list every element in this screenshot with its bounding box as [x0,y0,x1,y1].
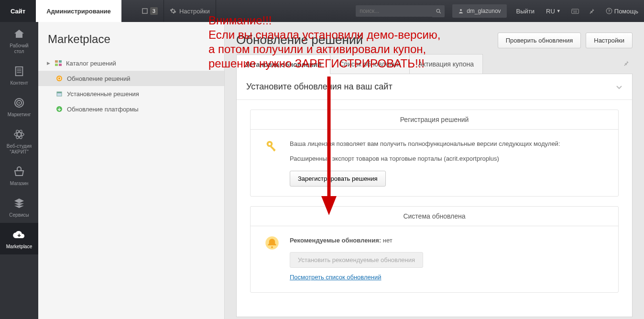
home-icon [12,28,26,40]
section-heading: Установите обновления на ваш сайт [237,74,632,100]
gear-icon [170,8,176,14]
license-text: Ваша лицензия позволяет вам получить пол… [290,139,560,149]
search-button[interactable] [432,5,445,17]
bell-icon [265,236,282,283]
svg-rect-12 [16,67,23,76]
system-updated-card: Система обновлена Рекомендуемые обновлен… [250,206,619,293]
package-icon [55,90,63,98]
tab-coupon-activation[interactable]: Активация купона [409,54,483,74]
pin-top-button[interactable] [584,0,600,22]
tree-platform[interactable]: Обновление платформы [38,101,224,117]
svg-point-1 [437,9,440,12]
topbar: Сайт Администрирование 3 Настройки dm_gl… [0,0,644,22]
svg-rect-23 [59,60,62,63]
svg-rect-6 [574,10,574,11]
svg-rect-24 [55,64,58,66]
search-icon [436,8,442,14]
rail-services[interactable]: Сервисы [0,191,38,223]
content-icon [12,65,26,77]
help-link[interactable]: ? Помощь [600,0,644,22]
rail-shop[interactable]: Магазин [0,160,38,191]
help-icon: ? [606,8,612,14]
svg-rect-28 [57,92,62,93]
tree-updates[interactable]: Обновление решений [38,71,224,86]
tree-installed[interactable]: Установленные решения [38,86,224,101]
svg-rect-4 [571,9,579,13]
tree-catalog[interactable]: ▶ Каталог решений [38,55,224,71]
logout-link[interactable]: Выйти [511,0,541,22]
view-updates-link[interactable]: Посмотреть список обновлений [290,273,381,283]
side-panel: Marketplace ▶ Каталог решений Обновление… [38,22,225,319]
svg-point-19 [14,132,24,136]
recommended-updates: Рекомендуемые обновления: нет [290,236,423,246]
svg-point-31 [269,143,271,145]
install-recommended-button: Установить рекомендуемые обновления [290,252,423,268]
tabs: Установка обновлений Список обновлений А… [236,54,633,74]
search-box [356,0,448,22]
grid-icon [55,59,62,67]
target-icon [12,97,26,109]
tab-site[interactable]: Сайт [0,0,36,22]
pin-icon [589,8,595,14]
language-selector[interactable]: RU ▼ [540,0,567,22]
notification-icon [142,8,148,14]
rail-content[interactable]: Контент [0,59,38,91]
platform-update-icon [55,105,63,113]
collapse-icon[interactable] [616,85,622,89]
search-input[interactable] [356,5,432,17]
svg-text:?: ? [608,9,610,13]
svg-point-3 [460,9,462,11]
svg-rect-7 [575,10,576,11]
tab-install-updates[interactable]: Установка обновлений [236,55,330,74]
atom-icon [12,128,26,141]
panel-box: Установите обновления на ваш сайт Регист… [236,74,633,317]
basket-icon [12,165,26,178]
check-updates-button[interactable]: Проверить обновления [498,33,581,48]
tab-updates-list[interactable]: Список обновлений [330,54,409,74]
user-icon [458,8,464,14]
registration-card-title: Регистрация решений [251,110,618,130]
page-title: Обновление решений [236,33,498,47]
cloud-download-icon [12,229,26,241]
keyboard-button[interactable] [567,0,584,22]
keyboard-icon [571,8,579,14]
rail-webstudio[interactable]: Веб-студия "АКРИТ" [0,122,38,160]
svg-point-35 [271,246,273,248]
svg-line-2 [439,12,441,13]
main-content: Обновление решений Проверить обновления … [225,22,644,319]
svg-rect-22 [55,60,58,63]
pin-icon [623,60,630,66]
panel-title: Marketplace [38,22,224,55]
registration-card: Регистрация решений Ваша лицензия позвол… [250,110,619,197]
user-menu[interactable]: dm_glazunov [452,4,506,18]
key-icon [265,139,282,187]
svg-rect-25 [59,64,62,66]
notifications-button[interactable]: 3 [136,0,164,22]
svg-point-18 [19,102,20,104]
rail-marketing[interactable]: Маркетинг [0,91,38,122]
register-solutions-button[interactable]: Зарегистрировать решения [290,171,386,187]
notification-count: 3 [150,7,158,15]
refresh-circle-icon [55,75,63,82]
system-updated-title: Система обновлена [251,207,618,226]
chevron-down-icon: ▼ [557,9,561,13]
settings-menu[interactable]: Настройки [164,0,216,22]
expand-icon: ▶ [47,61,52,66]
svg-rect-9 [573,11,577,12]
module-name: Расширенный экспорт товаров на торговые … [290,154,560,164]
left-rail: Рабочий стол Контент Маркетинг Веб-студи… [0,22,38,319]
layers-icon [12,197,26,209]
tab-admin[interactable]: Администрирование [36,0,121,22]
rail-desktop[interactable]: Рабочий стол [0,22,38,59]
settings-button[interactable]: Настройки [586,33,633,48]
pin-button[interactable] [623,60,630,66]
svg-rect-5 [572,10,573,11]
svg-rect-8 [576,10,577,11]
rail-marketplace[interactable]: Marketplace [0,223,38,254]
svg-rect-0 [142,9,147,13]
svg-point-26 [56,76,62,81]
